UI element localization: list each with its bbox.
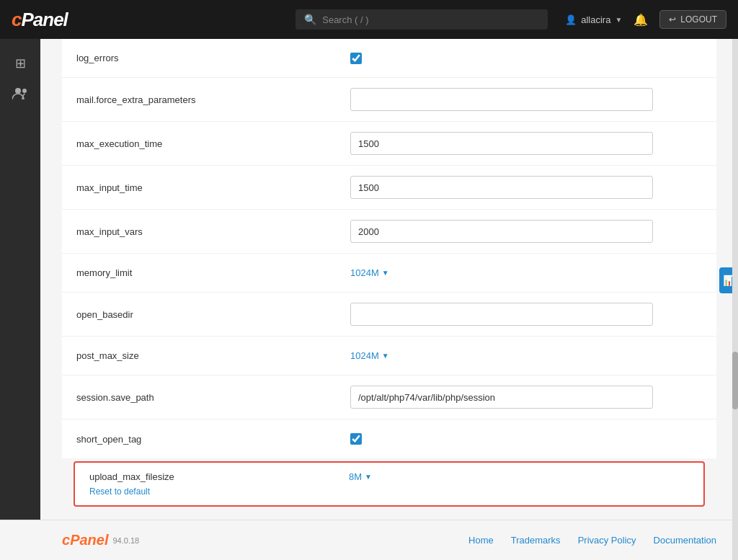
setting-row-open-basedir: open_basedir bbox=[62, 293, 716, 337]
grid-icon: ⊞ bbox=[15, 55, 26, 71]
max-input-vars-input[interactable] bbox=[350, 220, 653, 243]
short-open-tag-checkbox[interactable] bbox=[350, 433, 362, 445]
search-input[interactable] bbox=[322, 14, 539, 25]
setting-value-open-basedir bbox=[350, 303, 702, 326]
setting-row-max-execution-time: max_execution_time bbox=[62, 122, 716, 166]
setting-value-post-max-size: 1024M ▼ bbox=[350, 350, 702, 361]
dropdown-arrow-icon-post: ▼ bbox=[382, 352, 389, 360]
setting-row-max-input-vars: max_input_vars bbox=[62, 210, 716, 254]
open-basedir-input[interactable] bbox=[350, 303, 653, 326]
setting-row-session-save-path: session.save_path bbox=[62, 375, 716, 419]
setting-row-max-input-time: max_input_time bbox=[62, 166, 716, 210]
logout-icon: ↩ bbox=[669, 14, 676, 25]
post-max-size-dropdown[interactable]: 1024M ▼ bbox=[350, 350, 389, 361]
search-icon: 🔍 bbox=[304, 14, 316, 25]
max-input-time-input[interactable] bbox=[350, 176, 653, 199]
mail-force-input[interactable] bbox=[350, 88, 653, 111]
footer-trademarks-link[interactable]: Trademarks bbox=[511, 535, 561, 546]
footer-privacy-link[interactable]: Privacy Policy bbox=[578, 535, 636, 546]
logout-button[interactable]: ↩ LOGOUT bbox=[659, 10, 726, 29]
top-navigation: cPanel 🔍 👤 allacira ▼ 🔔 ↩ LOGOUT bbox=[0, 0, 738, 39]
setting-label-max-input-vars: max_input_vars bbox=[76, 226, 350, 237]
footer-home-link[interactable]: Home bbox=[468, 535, 494, 546]
sidebar-item-grid[interactable]: ⊞ bbox=[7, 50, 33, 76]
session-save-path-input[interactable] bbox=[350, 386, 653, 409]
setting-row-mail-force: mail.force_extra_parameters bbox=[62, 78, 716, 122]
setting-label-memory-limit: memory_limit bbox=[76, 267, 350, 278]
chevron-down-icon: ▼ bbox=[615, 16, 622, 24]
scrollbar-track[interactable] bbox=[732, 39, 738, 560]
reset-to-default-link[interactable]: Reset to default bbox=[89, 486, 689, 497]
sidebar: ⊞ bbox=[0, 39, 40, 560]
setting-label-open-basedir: open_basedir bbox=[76, 309, 350, 320]
cpanel-logo: cPanel bbox=[12, 9, 68, 31]
setting-label-log-errors: log_errors bbox=[76, 53, 350, 63]
user-icon: 👤 bbox=[565, 14, 577, 25]
svg-point-0 bbox=[15, 88, 21, 94]
setting-value-log-errors bbox=[350, 53, 702, 64]
user-name: allacira bbox=[581, 14, 610, 25]
setting-value-max-execution-time bbox=[350, 132, 702, 155]
upload-max-filesize-value: 8M bbox=[349, 471, 362, 482]
setting-label-post-max-size: post_max_size bbox=[76, 350, 350, 361]
upload-max-filesize-label: upload_max_filesize bbox=[89, 471, 349, 482]
setting-label-max-execution-time: max_execution_time bbox=[76, 138, 350, 149]
post-max-size-value: 1024M bbox=[350, 350, 379, 361]
highlighted-row-upload-max-filesize: upload_max_filesize 8M ▼ Reset to defaul… bbox=[74, 461, 705, 507]
setting-row-post-max-size: post_max_size 1024M ▼ bbox=[62, 337, 716, 375]
sidebar-item-users[interactable] bbox=[7, 82, 33, 108]
search-box[interactable]: 🔍 bbox=[295, 9, 548, 30]
setting-value-session-save-path bbox=[350, 386, 702, 409]
setting-row-log-errors: log_errors bbox=[62, 39, 716, 78]
footer-links: Home Trademarks Privacy Policy Documenta… bbox=[468, 535, 716, 546]
main-content: log_errors mail.force_extra_parameters m… bbox=[40, 39, 738, 560]
users-icon bbox=[12, 87, 28, 104]
footer-documentation-link[interactable]: Documentation bbox=[654, 535, 716, 546]
dropdown-arrow-icon-upload: ▼ bbox=[365, 473, 372, 481]
setting-value-mail-force bbox=[350, 88, 702, 111]
upload-max-filesize-value-wrap: 8M ▼ bbox=[349, 471, 372, 482]
log-errors-checkbox[interactable] bbox=[350, 53, 362, 64]
setting-value-max-input-vars bbox=[350, 220, 702, 243]
notifications-icon[interactable]: 🔔 bbox=[633, 13, 648, 27]
setting-label-session-save-path: session.save_path bbox=[76, 392, 350, 403]
page-footer: cPanel 94.0.18 Home Trademarks Privacy P… bbox=[0, 520, 738, 560]
dropdown-arrow-icon: ▼ bbox=[382, 269, 389, 277]
upload-max-filesize-dropdown[interactable]: 8M ▼ bbox=[349, 471, 372, 482]
setting-value-memory-limit: 1024M ▼ bbox=[350, 267, 702, 278]
max-execution-time-input[interactable] bbox=[350, 132, 653, 155]
svg-point-1 bbox=[22, 89, 27, 93]
memory-limit-value: 1024M bbox=[350, 267, 379, 278]
setting-value-max-input-time bbox=[350, 176, 702, 199]
footer-logo: cPanel bbox=[62, 532, 108, 548]
setting-value-short-open-tag bbox=[350, 433, 702, 445]
setting-label-max-input-time: max_input_time bbox=[76, 182, 350, 193]
setting-row-memory-limit: memory_limit 1024M ▼ bbox=[62, 254, 716, 293]
nav-right: 👤 allacira ▼ 🔔 ↩ LOGOUT bbox=[565, 10, 726, 29]
scrollbar-thumb[interactable] bbox=[732, 352, 738, 409]
setting-row-short-open-tag: short_open_tag bbox=[62, 419, 716, 458]
footer-version: 94.0.18 bbox=[112, 536, 139, 545]
settings-container: log_errors mail.force_extra_parameters m… bbox=[62, 39, 716, 458]
setting-label-short-open-tag: short_open_tag bbox=[76, 434, 350, 445]
setting-label-mail-force: mail.force_extra_parameters bbox=[76, 94, 350, 105]
user-menu[interactable]: 👤 allacira ▼ bbox=[565, 14, 622, 25]
memory-limit-dropdown[interactable]: 1024M ▼ bbox=[350, 267, 389, 278]
